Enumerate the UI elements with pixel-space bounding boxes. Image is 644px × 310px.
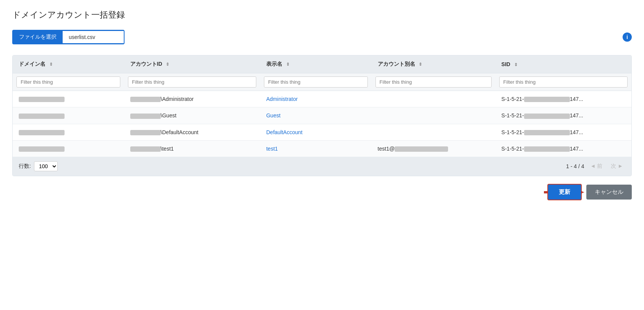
blurred-sid: [524, 97, 570, 102]
cell-domain-0: [13, 91, 124, 107]
filter-input-display[interactable]: [264, 76, 368, 88]
cell-sid-1: S-1-5-21-147...: [495, 107, 631, 124]
cell-display-1: Guest: [260, 107, 372, 124]
col-header-alias[interactable]: アカウント別名 ⇕: [372, 55, 495, 73]
action-buttons: 更新 キャンセル: [12, 184, 632, 200]
cell-account-3: \test1: [124, 140, 260, 157]
account-suffix: \DefaultAccount: [161, 129, 199, 135]
cell-sid-3: S-1-5-21-147...: [495, 140, 631, 157]
cell-domain-1: [13, 107, 124, 124]
blurred-alias: [395, 146, 448, 152]
filter-cell-domain: [13, 73, 124, 91]
table-row: \AdministratorAdministratorS-1-5-21-147.…: [13, 91, 631, 107]
cell-sid-0: S-1-5-21-147...: [495, 91, 631, 107]
filter-row: [13, 73, 631, 91]
cell-alias-1: [372, 107, 495, 124]
sort-icon-domain: ⇕: [49, 62, 53, 67]
blurred-domain: [19, 130, 65, 135]
sort-icon-alias: ⇕: [419, 62, 422, 67]
col-header-sid[interactable]: SID ⇕: [495, 55, 631, 73]
display-name-value: DefaultAccount: [266, 129, 303, 135]
blurred-domain: [19, 97, 65, 102]
blurred-domain: [19, 114, 65, 119]
sort-icon-account: ⇕: [166, 62, 169, 67]
col-header-account[interactable]: アカウントID ⇕: [124, 55, 260, 73]
rows-per-page-select[interactable]: 100 50 25: [34, 161, 58, 171]
table-row: \DefaultAccountDefaultAccountS-1-5-21-14…: [13, 124, 631, 140]
file-section: ファイルを選択 userlist.csv i: [12, 30, 632, 44]
cell-display-2: DefaultAccount: [260, 124, 372, 140]
blurred-account: [130, 97, 161, 102]
blurred-sid: [524, 130, 570, 135]
filter-input-sid[interactable]: [499, 76, 628, 88]
display-name-value: test1: [266, 146, 278, 152]
display-name-value: Guest: [266, 112, 280, 118]
table-footer: 行数: 100 50 25 1 - 4 / 4 ◄ 前 次 ►: [13, 157, 631, 176]
table-header-row: ドメイン名 ⇕ アカウントID ⇕ 表示名 ⇕ アカウント別名 ⇕ SID: [13, 55, 631, 73]
info-icon[interactable]: i: [623, 32, 632, 42]
data-table-container: ドメイン名 ⇕ アカウントID ⇕ 表示名 ⇕ アカウント別名 ⇕ SID: [12, 55, 632, 176]
table-row: \GuestGuestS-1-5-21-147...: [13, 107, 631, 124]
sid-suffix: 147...: [570, 129, 583, 135]
filter-input-domain[interactable]: [16, 76, 120, 88]
blurred-sid: [524, 146, 570, 152]
prev-page-button[interactable]: ◄ 前: [588, 162, 605, 170]
col-header-domain[interactable]: ドメイン名 ⇕: [13, 55, 124, 73]
cell-account-2: \DefaultAccount: [124, 124, 260, 140]
filter-cell-alias: [372, 73, 495, 91]
cell-alias-2: [372, 124, 495, 140]
file-input-wrapper: ファイルを選択 userlist.csv: [12, 30, 125, 44]
blurred-account: [130, 146, 161, 152]
blurred-domain: [19, 146, 65, 152]
sid-prefix: S-1-5-21-: [502, 129, 524, 135]
rows-per-page-section: 行数: 100 50 25: [19, 161, 58, 171]
rows-label: 行数:: [19, 163, 31, 170]
account-suffix: \test1: [161, 146, 174, 152]
sid-prefix: S-1-5-21-: [502, 146, 524, 152]
sid-suffix: 147...: [570, 146, 583, 152]
table-body: \AdministratorAdministratorS-1-5-21-147.…: [13, 91, 631, 157]
filter-cell-account: [124, 73, 260, 91]
pagination-text: 1 - 4 / 4: [566, 163, 584, 169]
cell-display-3: test1: [260, 140, 372, 157]
file-name-display: userlist.csv: [63, 31, 124, 43]
filter-cell-display: [260, 73, 372, 91]
update-button[interactable]: 更新: [547, 184, 582, 200]
blurred-account: [130, 130, 161, 135]
sid-suffix: 147...: [570, 112, 583, 118]
account-suffix: \Administrator: [161, 96, 194, 102]
display-name-value: Administrator: [266, 96, 298, 102]
cell-account-0: \Administrator: [124, 91, 260, 107]
cell-alias-0: [372, 91, 495, 107]
sid-suffix: 147...: [570, 96, 583, 102]
pagination-section: 1 - 4 / 4 ◄ 前 次 ►: [566, 162, 625, 170]
alias-prefix: test1@: [378, 146, 395, 152]
cell-domain-2: [13, 124, 124, 140]
cell-display-0: Administrator: [260, 91, 372, 107]
cell-account-1: \Guest: [124, 107, 260, 124]
cell-sid-2: S-1-5-21-147...: [495, 124, 631, 140]
filter-input-account[interactable]: [128, 76, 256, 88]
file-choose-button[interactable]: ファイルを選択: [13, 31, 63, 44]
cell-alias-3: test1@: [372, 140, 495, 157]
blurred-sid: [524, 114, 570, 119]
page-title: ドメインアカウント一括登録: [12, 9, 632, 21]
filter-input-alias[interactable]: [375, 76, 492, 88]
data-table: ドメイン名 ⇕ アカウントID ⇕ 表示名 ⇕ アカウント別名 ⇕ SID: [13, 55, 631, 157]
account-suffix: \Guest: [161, 112, 176, 118]
sid-prefix: S-1-5-21-: [502, 112, 524, 118]
sort-icon-display: ⇕: [286, 62, 290, 67]
sort-icon-sid: ⇕: [514, 62, 518, 67]
blurred-account: [130, 114, 161, 119]
cell-domain-3: [13, 140, 124, 157]
next-page-button[interactable]: 次 ►: [608, 162, 625, 170]
sid-prefix: S-1-5-21-: [502, 96, 524, 102]
filter-cell-sid: [495, 73, 631, 91]
table-row: \test1test1test1@S-1-5-21-147...: [13, 140, 631, 157]
cancel-button[interactable]: キャンセル: [586, 185, 632, 200]
col-header-display[interactable]: 表示名 ⇕: [260, 55, 372, 73]
